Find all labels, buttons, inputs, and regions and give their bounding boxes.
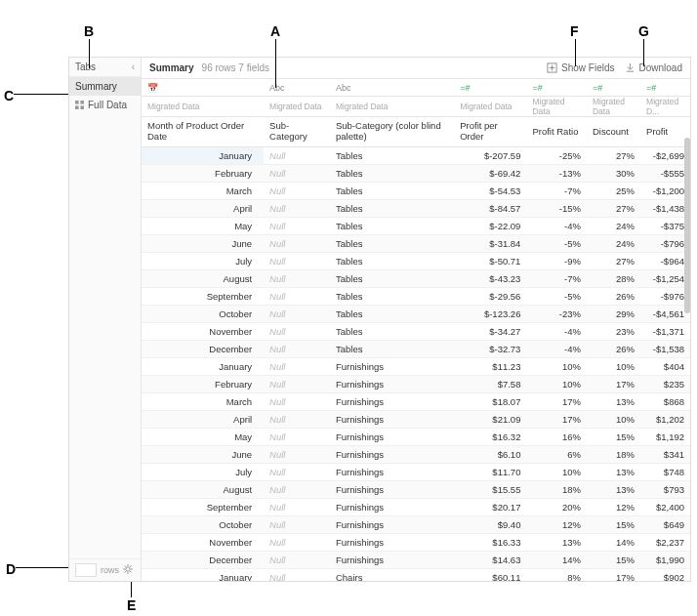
table-row[interactable]: NovemberNullTables$-34.27-4%23%-$1,371 [142, 323, 690, 341]
table-cell: $-43.23 [454, 270, 526, 288]
table-cell: Tables [330, 165, 454, 183]
table-row[interactable]: JanuaryNullChairs$60.118%17%$902 [142, 569, 690, 582]
table-cell: Tables [330, 288, 454, 306]
annotation-f: F [570, 23, 579, 39]
table-cell: $16.33 [454, 534, 526, 552]
table-cell: -4% [526, 323, 587, 341]
table-cell: 28% [587, 270, 640, 288]
annotation-e: E [127, 597, 136, 613]
table-cell: $-22.09 [454, 218, 526, 235]
table-cell: January [142, 147, 264, 165]
table-cell: Null [264, 499, 330, 516]
table-row[interactable]: FebruaryNullFurnishings$7.5810%17%$235 [142, 376, 690, 393]
table-cell: -9% [526, 253, 587, 270]
table-cell: Tables [330, 341, 454, 358]
grid-icon [75, 101, 84, 109]
table-row[interactable]: AprilNullFurnishings$21.0917%10%$1,202 [142, 411, 690, 429]
table-row[interactable]: MarchNullFurnishings$18.0717%13%$868 [142, 393, 690, 411]
table-row[interactable]: DecemberNullTables$-32.73-4%26%-$1,538 [142, 341, 690, 358]
table-cell: Furnishings [330, 376, 454, 393]
table-row[interactable]: NovemberNullFurnishings$16.3313%14%$2,23… [142, 534, 690, 552]
download-label: Download [639, 62, 682, 73]
table-cell: 14% [587, 534, 640, 552]
table-cell: $-50.71 [454, 253, 526, 270]
table-row[interactable]: OctoberNullTables$-123.26-23%29%-$4,561 [142, 306, 690, 323]
download-button[interactable]: Download [625, 62, 682, 73]
col-source: Migrated Data [264, 97, 330, 117]
col-header[interactable]: Sub-Category [264, 117, 330, 147]
table-cell: Null [264, 569, 330, 582]
table-cell: Null [264, 323, 330, 341]
table-row[interactable]: DecemberNullFurnishings$14.6314%15%$1,99… [142, 552, 690, 569]
tab-label: Full Data [88, 100, 127, 110]
table-cell: 12% [526, 516, 587, 534]
table-cell: Null [264, 270, 330, 288]
table-cell: 17% [587, 376, 640, 393]
show-fields-button[interactable]: Show Fields [547, 62, 614, 73]
table-cell: December [142, 552, 264, 569]
table-row[interactable]: AugustNullTables$-43.23-7%28%-$1,254 [142, 270, 690, 288]
table-cell: $2,237 [640, 534, 690, 552]
view-title: Summary [149, 62, 194, 73]
col-source: Migrated Data [526, 97, 587, 117]
table-cell: $9.40 [454, 516, 526, 534]
col-header[interactable]: Month of Product Order Date [142, 117, 264, 147]
table-cell: $15.55 [454, 481, 526, 499]
rows-input[interactable] [75, 563, 97, 577]
table-cell: 10% [587, 358, 640, 376]
table-cell: Null [264, 411, 330, 429]
table-cell: $11.23 [454, 358, 526, 376]
table-cell: 17% [526, 393, 587, 411]
table-cell: June [142, 235, 264, 253]
table-cell: 15% [587, 516, 640, 534]
collapse-sidebar-icon[interactable]: ‹ [132, 62, 135, 72]
table-row[interactable]: JulyNullTables$-50.71-9%27%-$964 [142, 253, 690, 270]
table-row[interactable]: SeptemberNullFurnishings$20.1720%12%$2,4… [142, 499, 690, 516]
table-row[interactable]: SeptemberNullTables$-29.56-5%26%-$976 [142, 288, 690, 306]
table-row[interactable]: JulyNullFurnishings$11.7010%13%$748 [142, 464, 690, 481]
table-cell: 27% [587, 147, 640, 165]
table-row[interactable]: JanuaryNullTables$-207.59-25%27%-$2,699 [142, 147, 690, 165]
download-icon [625, 62, 636, 73]
col-header[interactable]: Profit [640, 117, 690, 147]
settings-icon[interactable] [123, 564, 133, 576]
table-row[interactable]: JuneNullTables$-31.84-5%24%-$796 [142, 235, 690, 253]
table-cell: January [142, 358, 264, 376]
col-header[interactable]: Profit Ratio [526, 117, 587, 147]
table-row[interactable]: MayNullTables$-22.09-4%24%-$375 [142, 218, 690, 235]
sidebar-footer: rows [69, 558, 141, 581]
table-cell: Null [264, 481, 330, 499]
scrollbar-thumb[interactable] [684, 138, 690, 313]
table-row[interactable]: JuneNullFurnishings$6.106%18%$341 [142, 446, 690, 464]
col-header[interactable]: Discount [587, 117, 640, 147]
col-header[interactable]: Sub-Category (color blind palette) [330, 117, 454, 147]
table-row[interactable]: FebruaryNullTables$-69.42-13%30%-$555 [142, 165, 690, 183]
table-cell: January [142, 569, 264, 582]
tab-summary[interactable]: Summary [69, 77, 141, 96]
table-row[interactable]: OctoberNullFurnishings$9.4012%15%$649 [142, 516, 690, 534]
table-cell: -4% [526, 341, 587, 358]
table-cell: $-207.59 [454, 147, 526, 165]
table-row[interactable]: AugustNullFurnishings$15.5518%13%$793 [142, 481, 690, 499]
table-row[interactable]: AprilNullTables$-84.57-15%27%-$1,438 [142, 200, 690, 218]
table-cell: 16% [526, 429, 587, 446]
table-row[interactable]: JanuaryNullFurnishings$11.2310%10%$404 [142, 358, 690, 376]
topbar: Summary 96 rows 7 fields Show Fields Dow… [142, 58, 690, 79]
sidebar-title: Tabs [75, 62, 96, 72]
svg-rect-2 [75, 105, 79, 109]
svg-rect-3 [80, 105, 84, 109]
table-cell: 24% [587, 235, 640, 253]
col-source: Migrated D... [640, 97, 690, 117]
table-row[interactable]: MarchNullTables$-54.53-7%25%-$1,200 [142, 183, 690, 200]
rows-label: rows [101, 565, 119, 575]
table-cell: Furnishings [330, 534, 454, 552]
table-cell: 20% [526, 499, 587, 516]
tab-full-data[interactable]: Full Data [69, 96, 141, 114]
table-cell: Furnishings [330, 516, 454, 534]
table-cell: Null [264, 200, 330, 218]
col-type-icon: =# [454, 79, 526, 97]
table-row[interactable]: MayNullFurnishings$16.3216%15%$1,192 [142, 429, 690, 446]
data-grid-scroll[interactable]: 📅AbcAbc=#=#=#=# Migrated DataMigrated Da… [142, 79, 690, 581]
col-header[interactable]: Profit per Order [454, 117, 526, 147]
table-cell: Null [264, 218, 330, 235]
